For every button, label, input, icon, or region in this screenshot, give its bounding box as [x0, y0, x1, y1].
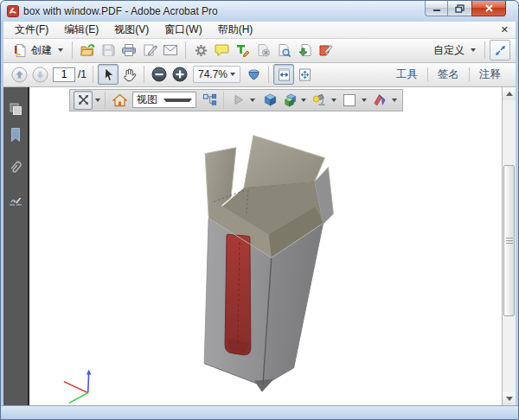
axes-widget — [64, 369, 92, 403]
previous-page-button[interactable] — [9, 64, 29, 85]
window-controls — [425, 1, 506, 16]
menu-file[interactable]: 文件(F) — [7, 21, 56, 39]
orbit-tool-icon — [76, 92, 91, 107]
lighting-button[interactable] — [310, 91, 329, 110]
doc-search-icon — [277, 43, 292, 57]
select-tool-button[interactable] — [98, 64, 119, 85]
fit-width-icon — [277, 67, 292, 82]
navigation-sidebar — [3, 87, 28, 405]
customize-button[interactable]: 自定义 — [429, 40, 480, 60]
search-document-button[interactable] — [273, 40, 294, 60]
highlight-text-icon — [235, 43, 250, 57]
comment-panel-button[interactable]: 注释 — [470, 67, 510, 82]
scroll-up-button[interactable] — [503, 87, 516, 100]
select-tool-icon — [102, 67, 115, 82]
hand-tool-icon — [122, 67, 137, 82]
email-button[interactable] — [160, 40, 181, 60]
acrobat-window: box with window.PDF - Adobe Acrobat Pro … — [0, 0, 519, 420]
open-button[interactable] — [77, 40, 98, 60]
zoom-out-button[interactable] — [149, 64, 170, 85]
model-tree-button[interactable] — [200, 91, 219, 110]
close-button[interactable] — [471, 1, 506, 16]
menu-help[interactable]: 帮助(H) — [210, 21, 261, 39]
settings-button[interactable] — [190, 40, 211, 60]
sign-panel-button[interactable]: 签名 — [428, 67, 469, 82]
scroll-down-button[interactable] — [503, 392, 516, 405]
page-thumbnails-button[interactable] — [6, 99, 25, 118]
zoom-out-icon — [151, 67, 167, 82]
sign-pen-icon — [143, 43, 157, 57]
comment-icon — [215, 43, 229, 57]
render-mode-caret-icon[interactable] — [301, 99, 306, 102]
sticky-note-button[interactable] — [315, 40, 336, 60]
close-document-icon[interactable]: ✕ — [501, 24, 509, 35]
projection-button[interactable] — [260, 91, 279, 110]
orbit-caret-icon[interactable] — [95, 99, 100, 102]
expand-toolbar-button[interactable] — [490, 40, 510, 60]
rotate-3d-mode-button[interactable] — [243, 64, 264, 85]
create-icon — [13, 43, 28, 58]
doc-delete-icon — [256, 43, 271, 57]
page-up-icon — [11, 67, 28, 83]
scroll-down-icon — [506, 397, 513, 401]
hand-tool-button[interactable] — [119, 64, 139, 85]
orbit-tool-button[interactable] — [74, 91, 93, 110]
model-tree-icon — [202, 92, 217, 107]
secondary-toolbar: /1 74.7% — [3, 63, 516, 87]
page-thumbnails-icon — [9, 102, 22, 116]
comment-button[interactable] — [211, 40, 232, 60]
acrobat-app-icon — [7, 5, 19, 17]
cross-section-button[interactable] — [370, 91, 389, 110]
next-page-button[interactable] — [29, 64, 50, 85]
create-button[interactable]: 创建 — [9, 40, 67, 60]
minimize-icon — [432, 4, 441, 12]
default-view-button[interactable] — [110, 91, 129, 110]
scrollbar-track[interactable] — [503, 100, 516, 392]
delete-pages-button[interactable] — [253, 40, 273, 60]
zoom-in-button[interactable] — [170, 64, 190, 85]
lighting-icon — [311, 92, 327, 107]
signatures-button[interactable] — [6, 191, 25, 210]
email-icon — [163, 44, 178, 56]
view-selector-dropdown[interactable]: 视图 — [132, 92, 196, 108]
page-number-input[interactable] — [53, 67, 75, 82]
customize-label: 自定义 — [433, 43, 465, 58]
pdf-3d-canvas[interactable]: 视图 — [29, 87, 502, 405]
open-folder-icon — [80, 43, 95, 57]
expand-toolbar-icon — [495, 45, 506, 56]
zoom-level-value: 74.7% — [198, 68, 227, 80]
bookmarks-button[interactable] — [6, 125, 25, 144]
play-caret-icon[interactable] — [250, 99, 255, 102]
save-icon — [101, 43, 115, 57]
minimize-button[interactable] — [425, 1, 448, 16]
lighting-caret-icon[interactable] — [331, 99, 336, 102]
play-animation-button[interactable] — [228, 91, 247, 110]
highlight-button[interactable] — [232, 40, 253, 60]
customize-caret-icon — [471, 48, 476, 52]
view-selector-value: 视图 — [137, 92, 161, 107]
tools-panel-button[interactable]: 工具 — [387, 67, 427, 82]
save-button[interactable] — [98, 40, 119, 60]
maximize-button[interactable] — [448, 1, 471, 16]
background-color-caret-icon[interactable] — [362, 99, 367, 102]
cross-section-caret-icon[interactable] — [392, 99, 397, 102]
render-mode-button[interactable] — [279, 91, 298, 110]
background-color-button[interactable] — [340, 91, 359, 110]
fit-width-button[interactable] — [273, 64, 294, 85]
attachments-button[interactable] — [6, 158, 25, 177]
fill-sign-button[interactable] — [139, 40, 160, 60]
signatures-icon — [8, 194, 23, 207]
menu-window[interactable]: 窗口(W) — [157, 21, 209, 39]
document-area: 视图 — [3, 87, 516, 405]
render-mode-icon — [282, 92, 297, 107]
print-button[interactable] — [119, 40, 139, 60]
menu-view[interactable]: 视图(V) — [106, 21, 157, 39]
menu-edit[interactable]: 编辑(E) — [56, 21, 106, 39]
page-down-icon — [32, 67, 48, 83]
gear-icon — [194, 43, 208, 58]
scrollbar-thumb[interactable] — [503, 165, 515, 316]
export-button[interactable] — [294, 40, 315, 60]
fit-page-button[interactable] — [294, 64, 315, 85]
zoom-level-dropdown[interactable]: 74.7% — [193, 66, 240, 83]
window-title: box with window.PDF - Adobe Acrobat Pro — [23, 5, 218, 17]
